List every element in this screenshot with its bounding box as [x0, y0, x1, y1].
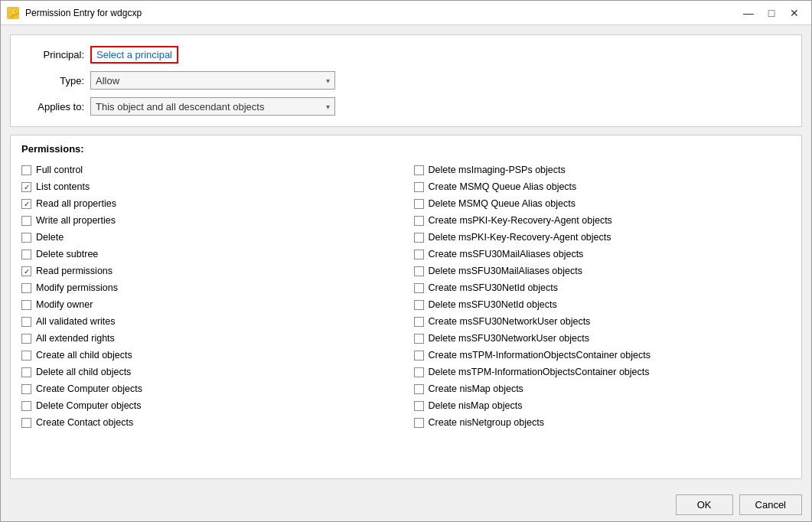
- cancel-button[interactable]: Cancel: [739, 494, 802, 515]
- permission-item: Create Contact objects: [21, 415, 399, 430]
- permission-item: Create msSFU30MailAliases objects: [414, 246, 791, 262]
- permission-checkbox[interactable]: ✓: [21, 266, 31, 276]
- permission-checkbox[interactable]: [21, 384, 31, 394]
- type-dropdown[interactable]: Allow ▾: [90, 71, 335, 90]
- permission-checkbox[interactable]: [21, 418, 31, 428]
- principal-label: Principal:: [23, 49, 84, 60]
- permission-label: Create msTPM-InformationObjectsContainer…: [429, 350, 651, 361]
- maximize-button[interactable]: □: [761, 5, 782, 21]
- permission-label: Read all properties: [36, 198, 116, 209]
- permission-checkbox[interactable]: [414, 266, 424, 276]
- permission-item: Full control: [21, 162, 399, 178]
- svg-text:🔑: 🔑: [9, 8, 19, 18]
- permission-checkbox[interactable]: [414, 182, 424, 192]
- permission-checkbox[interactable]: [414, 317, 424, 327]
- permission-label: Delete msSFU30MailAliases objects: [429, 266, 582, 276]
- permission-checkbox[interactable]: ✓: [21, 182, 31, 192]
- permission-checkbox[interactable]: [21, 300, 31, 310]
- permission-checkbox[interactable]: [414, 233, 424, 243]
- permission-label: Delete msSFU30NetId objects: [429, 299, 557, 310]
- applies-to-dropdown[interactable]: This object and all descendant objects ▾: [90, 97, 335, 116]
- window-controls: — □ ✕: [738, 5, 805, 21]
- permission-label: Create Computer objects: [36, 383, 142, 394]
- permission-item: Delete subtree: [21, 246, 399, 262]
- permission-checkbox[interactable]: [21, 334, 31, 344]
- permission-checkbox[interactable]: [21, 367, 31, 377]
- permission-label: Delete msSFU30NetworkUser objects: [429, 333, 590, 344]
- permission-label: Create msSFU30MailAliases objects: [429, 249, 584, 259]
- permission-label: Delete all child objects: [36, 367, 131, 377]
- permission-checkbox[interactable]: [414, 418, 424, 428]
- permission-checkbox[interactable]: [414, 199, 424, 209]
- permission-item: Create MSMQ Queue Alias objects: [414, 179, 791, 194]
- permission-label: Delete Computer objects: [36, 400, 142, 411]
- permission-item: Delete MSMQ Queue Alias objects: [414, 196, 791, 211]
- applies-to-label: Applies to:: [23, 101, 84, 113]
- permission-item: Delete: [21, 230, 399, 245]
- permission-label: Modify permissions: [36, 282, 118, 293]
- permission-checkbox[interactable]: [21, 351, 31, 361]
- ok-button[interactable]: OK: [676, 494, 733, 515]
- permission-checkbox[interactable]: [414, 384, 424, 394]
- permission-item: Create Computer objects: [21, 381, 399, 396]
- applies-to-arrow: ▾: [326, 103, 330, 111]
- permission-checkbox[interactable]: [414, 351, 424, 361]
- permission-item: ✓Read all properties: [21, 196, 399, 211]
- top-section: Principal: Select a principal Type: Allo…: [10, 34, 802, 127]
- permission-checkbox[interactable]: [21, 401, 31, 411]
- permission-label: Delete msImaging-PSPs objects: [429, 165, 566, 175]
- permission-item: Delete msSFU30NetworkUser objects: [414, 331, 791, 346]
- permission-label: Full control: [36, 165, 83, 175]
- permission-checkbox[interactable]: [414, 300, 424, 310]
- permission-checkbox[interactable]: [21, 216, 31, 226]
- permission-label: Create msSFU30NetId objects: [429, 282, 559, 293]
- permission-label: List contents: [36, 181, 90, 192]
- close-button[interactable]: ✕: [784, 5, 805, 21]
- type-dropdown-arrow: ▾: [326, 77, 330, 85]
- minimize-button[interactable]: —: [738, 5, 759, 21]
- permission-item: Delete msImaging-PSPs objects: [414, 162, 791, 178]
- permission-label: Create msSFU30NetworkUser objects: [429, 316, 591, 327]
- applies-to-row: Applies to: This object and all descenda…: [23, 97, 789, 116]
- select-principal-link[interactable]: Select a principal: [90, 46, 178, 64]
- permission-checkbox[interactable]: [21, 250, 31, 259]
- permissions-grid: Full controlDelete msImaging-PSPs object…: [21, 162, 791, 430]
- permission-label: Delete msPKI-Key-Recovery-Agent objects: [429, 232, 611, 243]
- applies-to-value: This object and all descendant objects: [96, 101, 326, 113]
- permissions-section: Permissions: Full controlDelete msImagin…: [10, 135, 802, 479]
- permission-checkbox[interactable]: [414, 283, 424, 293]
- permission-item: Delete msSFU30NetId objects: [414, 297, 791, 312]
- bottom-bar: OK Cancel: [1, 488, 811, 521]
- permission-item: Delete msPKI-Key-Recovery-Agent objects: [414, 230, 791, 245]
- permission-label: Create nisNetgroup objects: [429, 417, 544, 428]
- permission-checkbox[interactable]: ✓: [21, 199, 31, 209]
- type-label: Type:: [23, 75, 84, 86]
- permissions-scroll-area[interactable]: Full controlDelete msImaging-PSPs object…: [11, 159, 801, 478]
- permission-checkbox[interactable]: [414, 401, 424, 411]
- permission-checkbox[interactable]: [414, 216, 424, 226]
- permission-checkbox[interactable]: [21, 165, 31, 175]
- permission-item: Create msSFU30NetId objects: [414, 280, 791, 295]
- permission-label: All extended rights: [36, 333, 115, 344]
- permission-item: Modify owner: [21, 297, 399, 312]
- title-bar: 🔑 Permission Entry for wdgcxp — □ ✕: [1, 1, 811, 25]
- permission-checkbox[interactable]: [21, 317, 31, 327]
- permission-checkbox[interactable]: [414, 165, 424, 175]
- permission-checkbox[interactable]: [414, 334, 424, 344]
- permission-label: Read permissions: [36, 266, 113, 276]
- permission-label: All validated writes: [36, 316, 116, 327]
- permission-label: Create nisMap objects: [429, 383, 523, 394]
- permission-item: Delete msSFU30MailAliases objects: [414, 263, 791, 279]
- permission-checkbox[interactable]: [414, 367, 424, 377]
- permission-label: Delete: [36, 232, 64, 243]
- permission-checkbox[interactable]: [21, 283, 31, 293]
- permission-label: Write all properties: [36, 215, 116, 226]
- permission-checkbox[interactable]: [414, 250, 424, 259]
- main-window: 🔑 Permission Entry for wdgcxp — □ ✕ Prin…: [0, 0, 812, 522]
- permission-item: Create msSFU30NetworkUser objects: [414, 314, 791, 329]
- permission-item: Write all properties: [21, 213, 399, 228]
- permission-label: Create MSMQ Queue Alias objects: [429, 181, 577, 192]
- permission-item: ✓List contents: [21, 179, 399, 194]
- permission-checkbox[interactable]: [21, 233, 31, 243]
- permission-item: Create nisMap objects: [414, 381, 791, 396]
